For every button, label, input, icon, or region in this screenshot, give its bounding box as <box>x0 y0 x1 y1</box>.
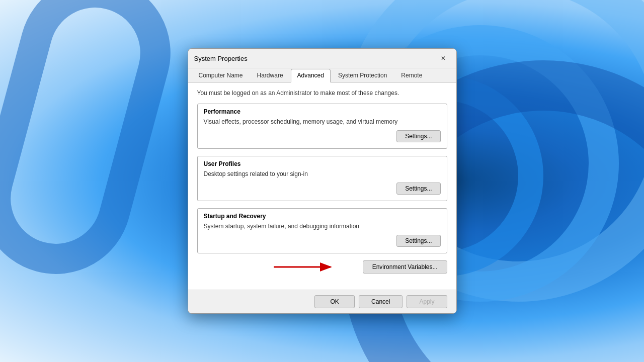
tab-computer-name[interactable]: Computer Name <box>192 69 250 82</box>
env-variables-row: Environment Variables... <box>197 260 447 274</box>
user-profiles-description: Desktop settings related to your sign-in <box>204 170 441 177</box>
title-buttons: ✕ <box>436 53 450 64</box>
admin-notice: You must be logged on as an Administrato… <box>197 89 447 97</box>
pointing-arrow-icon <box>271 259 337 275</box>
dialog-bottom-bar: OK Cancel Apply <box>188 290 456 313</box>
tab-system-protection[interactable]: System Protection <box>332 69 393 82</box>
startup-recovery-description: System startup, system failure, and debu… <box>204 223 441 230</box>
performance-title: Performance <box>204 108 441 115</box>
cancel-button[interactable]: Cancel <box>359 295 403 308</box>
user-profiles-settings-button[interactable]: Settings... <box>396 183 440 195</box>
environment-variables-button[interactable]: Environment Variables... <box>363 260 447 274</box>
performance-settings-button[interactable]: Settings... <box>396 130 440 142</box>
startup-recovery-section: Startup and Recovery System startup, sys… <box>197 208 447 253</box>
ribbon-decoration-5 <box>0 0 188 291</box>
performance-description: Visual effects, processor scheduling, me… <box>204 118 441 125</box>
user-profiles-title: User Profiles <box>204 160 441 167</box>
close-button[interactable]: ✕ <box>436 53 450 64</box>
startup-recovery-title: Startup and Recovery <box>204 213 441 220</box>
title-bar: System Properties ✕ <box>188 49 456 68</box>
ok-button[interactable]: OK <box>314 295 355 308</box>
apply-button[interactable]: Apply <box>407 295 447 308</box>
performance-section: Performance Visual effects, processor sc… <box>197 104 447 149</box>
dialog-content: You must be logged on as an Administrato… <box>188 82 456 290</box>
dialog-title: System Properties <box>194 55 248 62</box>
user-profiles-section: User Profiles Desktop settings related t… <box>197 156 447 201</box>
arrow-container <box>197 259 337 275</box>
system-properties-dialog: System Properties ✕ Computer Name Hardwa… <box>188 48 457 314</box>
startup-recovery-settings-button[interactable]: Settings... <box>396 235 440 247</box>
tab-bar: Computer Name Hardware Advanced System P… <box>188 68 456 82</box>
tab-hardware[interactable]: Hardware <box>251 69 290 82</box>
tab-remote[interactable]: Remote <box>394 69 429 82</box>
tab-advanced[interactable]: Advanced <box>291 69 331 82</box>
